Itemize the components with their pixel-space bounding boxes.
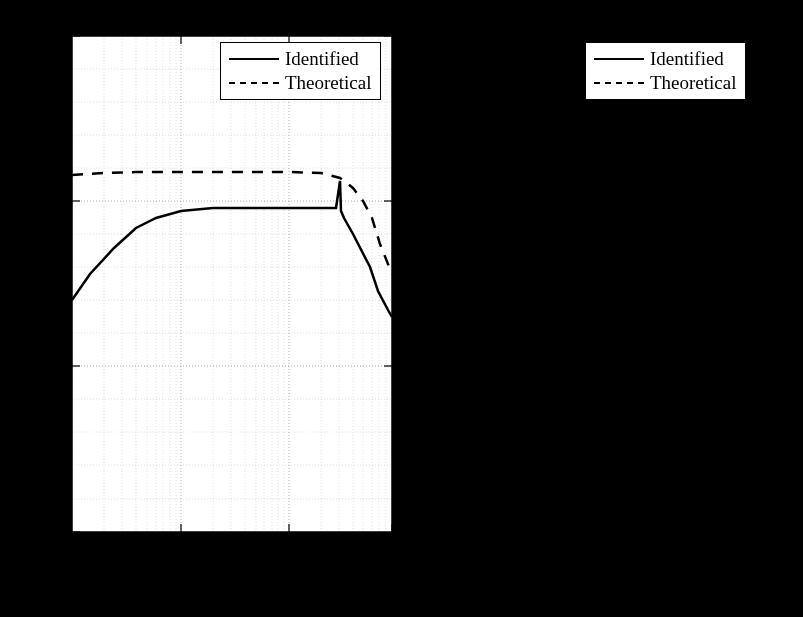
legend-b: Identified Theoretical: [585, 42, 746, 100]
chart-title-a: a) s-axis: 1: [72, 590, 392, 616]
ytick: -50: [28, 193, 52, 214]
xtick: 10¹: [275, 538, 298, 559]
svg-rect-40: [72, 36, 392, 532]
series-theoretical-b: [437, 172, 757, 241]
ytick: 0: [46, 28, 55, 49]
legend-item: Theoretical: [650, 72, 737, 94]
x-axis-label-a: Frequency [Hz]: [165, 564, 291, 587]
legend-item: Identified: [650, 48, 724, 70]
legend-item: Theoretical: [285, 72, 372, 94]
xtick: 10¹: [640, 538, 663, 559]
ytick: -100: [18, 358, 51, 379]
ytick: -150: [18, 524, 51, 545]
series-identified-b: [437, 185, 757, 300]
xtick: 10²: [743, 538, 766, 559]
svg-rect-93: [437, 36, 757, 532]
legend-item: Identified: [285, 48, 359, 70]
xtick: 10⁰: [167, 538, 192, 560]
legend-a: Identified Theoretical: [220, 42, 381, 100]
xtick: 10⁰: [532, 538, 557, 560]
y-axis-label: Magnitude [dB]: [7, 217, 30, 357]
chart-title-b: b) s-axis: 2: [437, 590, 757, 616]
xtick: 10²: [378, 538, 401, 559]
series-identified-a: [72, 181, 392, 317]
series-theoretical-a: [72, 172, 392, 274]
x-axis-label-b: Frequency [Hz]: [530, 564, 656, 587]
